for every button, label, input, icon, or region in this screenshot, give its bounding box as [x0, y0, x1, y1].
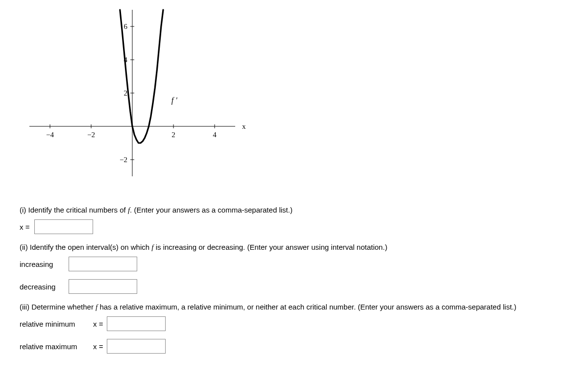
q3-input-min[interactable]: [107, 316, 166, 331]
svg-text:2: 2: [124, 89, 128, 97]
svg-text:−2: −2: [120, 156, 127, 164]
svg-text:6: 6: [124, 23, 128, 30]
q1-text-post: . (Enter your answers as a comma-separat…: [130, 206, 293, 214]
q3-text-post: has a relative maximum, a relative minim…: [98, 303, 516, 311]
svg-text:−4: −4: [46, 131, 54, 139]
q3-prompt: (iii) Determine whether f has a relative…: [20, 303, 568, 311]
q3-xeq-max: x =: [93, 342, 103, 351]
q1-text-pre: (i) Identify the critical numbers of: [20, 206, 128, 214]
q2-text-pre: (ii) Identify the open interval(s) on wh…: [20, 243, 151, 251]
question-3: (iii) Determine whether f has a relative…: [20, 303, 568, 354]
q1-input[interactable]: [34, 219, 93, 234]
q2-input-increasing[interactable]: [69, 257, 137, 271]
q1-prompt: (i) Identify the critical numbers of f. …: [20, 206, 568, 215]
question-1: (i) Identify the critical numbers of f. …: [20, 206, 568, 234]
chart-fprime: −4−224−2246xf ': [20, 0, 255, 196]
svg-text:f ': f ': [172, 96, 177, 105]
svg-text:2: 2: [172, 131, 175, 139]
q3-text-pre: (iii) Determine whether: [20, 303, 96, 311]
q3-input-max[interactable]: [107, 339, 166, 354]
q2-text-post: is increasing or decreasing. (Enter your…: [153, 243, 387, 251]
q2-label-dec: decreasing: [20, 283, 64, 291]
q3-label-min: relative minimum: [20, 320, 88, 328]
q2-input-decreasing[interactable]: [69, 279, 137, 294]
q2-label-inc: increasing: [20, 260, 64, 268]
q1-label: x =: [20, 223, 29, 231]
svg-text:x: x: [242, 122, 246, 130]
q3-xeq-min: x =: [93, 320, 103, 328]
q2-prompt: (ii) Identify the open interval(s) on wh…: [20, 243, 568, 252]
svg-text:4: 4: [213, 131, 217, 139]
q3-label-max: relative maximum: [20, 342, 88, 351]
svg-text:−2: −2: [87, 131, 95, 139]
question-2: (ii) Identify the open interval(s) on wh…: [20, 243, 568, 294]
